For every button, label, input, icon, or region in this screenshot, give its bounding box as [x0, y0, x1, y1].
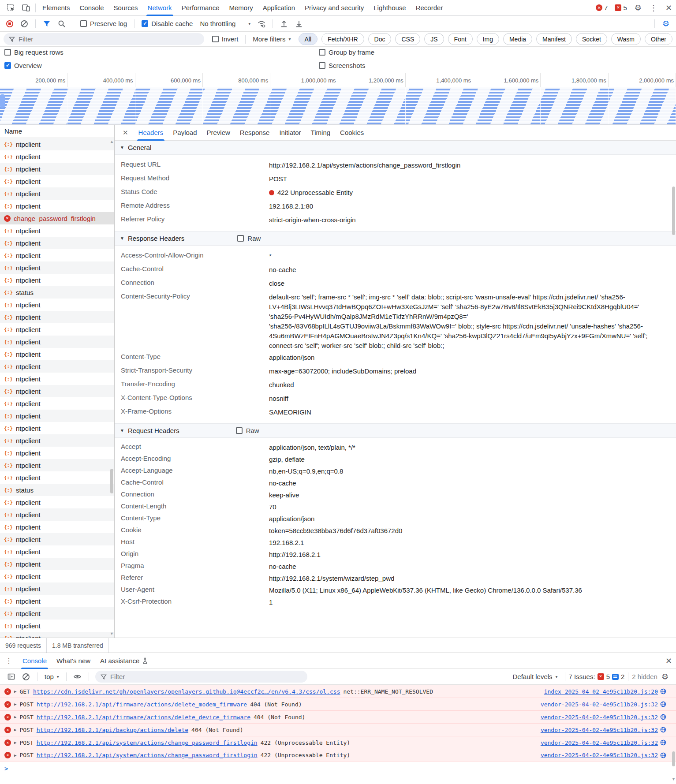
details-scrollbar[interactable] — [672, 187, 675, 235]
console-error-message[interactable]: ▶ POST http://192.168.2.1/api/backup/act… — [0, 723, 676, 736]
console-filter-wrap[interactable] — [95, 671, 307, 683]
tab-console[interactable]: Console — [18, 653, 52, 669]
error-count-badge[interactable]: 7 — [596, 4, 608, 11]
request-row[interactable]: {:} ntpclient — [0, 508, 114, 521]
devtools-tab[interactable]: Performance — [177, 0, 224, 16]
devtools-tab[interactable]: Application — [258, 0, 300, 16]
request-row[interactable]: {:} ntpclient — [0, 521, 114, 533]
request-type-chip[interactable]: CSS — [395, 33, 420, 45]
console-sidebar-icon[interactable] — [7, 672, 15, 681]
request-type-chip[interactable]: Doc — [368, 33, 392, 45]
more-options-icon[interactable]: ⋮ — [646, 3, 661, 13]
console-error-message[interactable]: ▶ POST http://192.168.2.1/api/system/act… — [0, 736, 676, 749]
console-error-message[interactable]: ▶ GET https://cdn.jsdelivr.net/gh/openla… — [0, 685, 676, 698]
overview-drag-handle[interactable] — [0, 94, 5, 108]
request-row[interactable]: {:} ntpclient — [0, 311, 114, 323]
details-tab[interactable]: Headers — [134, 125, 168, 141]
scroll-down-arrow[interactable]: ▼ — [109, 631, 114, 636]
details-tab[interactable]: Cookies — [335, 125, 369, 141]
source-location[interactable]: index-2025-04-02-4e95c11b20.js:20 — [544, 688, 672, 695]
request-row[interactable]: {:} ntpclient — [0, 175, 114, 187]
close-drawer-icon[interactable]: ✕ — [661, 656, 676, 666]
request-row[interactable]: {:} ntpclient — [0, 410, 114, 422]
request-row[interactable]: {:} ntpclient — [0, 274, 114, 286]
request-row[interactable]: {:} ntpclient — [0, 323, 114, 336]
invert-checkbox[interactable]: Invert — [212, 35, 239, 43]
request-raw-checkbox[interactable]: Raw — [236, 427, 259, 434]
issues-summary[interactable]: 7 Issues: 5 2 — [569, 673, 625, 680]
request-row[interactable]: {:} ntpclient — [0, 360, 114, 373]
export-har-icon[interactable] — [295, 19, 303, 28]
more-filters-dropdown[interactable]: More filters▾ — [253, 35, 291, 43]
request-type-chip[interactable]: Media — [503, 33, 532, 45]
details-tab[interactable]: Initiator — [274, 125, 306, 141]
request-row[interactable]: {:} ntpclient — [0, 348, 114, 360]
source-file-link[interactable]: vendor-2025-04-02-4e95c11b20.js:32 — [541, 714, 658, 721]
request-row[interactable]: {:} ntpclient — [0, 471, 114, 484]
console-error-message[interactable]: ▶ POST http://192.168.2.1/api/firmware/a… — [0, 698, 676, 710]
expand-triangle-icon[interactable]: ▶ — [14, 740, 16, 745]
disable-cache-checkbox[interactable]: Disable cache — [142, 20, 193, 27]
request-row[interactable]: {:} ntpclient — [0, 200, 114, 212]
request-row[interactable]: {:} ntpclient — [0, 595, 114, 607]
device-toolbar-icon[interactable] — [21, 3, 31, 13]
source-file-link[interactable]: vendor-2025-04-02-4e95c11b20.js:32 — [541, 701, 658, 708]
request-row[interactable]: {:} ntpclient — [0, 570, 114, 582]
name-column-header[interactable]: Name — [0, 125, 114, 138]
source-location[interactable]: vendor-2025-04-02-4e95c11b20.js:32 — [541, 701, 672, 708]
request-type-chip[interactable]: Socket — [576, 33, 607, 45]
console-scrollbar[interactable] — [672, 751, 675, 766]
live-expression-eye-icon[interactable] — [73, 672, 82, 681]
request-row[interactable]: {:} ntpclient — [0, 150, 114, 163]
request-row[interactable]: {:} ntpclient — [0, 496, 114, 508]
request-row[interactable]: {:} ntpclient — [0, 261, 114, 274]
network-overview-waterfall[interactable] — [0, 87, 676, 125]
source-location[interactable]: vendor-2025-04-02-4e95c11b20.js:32 — [541, 739, 672, 746]
details-tab[interactable]: Response — [235, 125, 275, 141]
console-filter-input[interactable] — [110, 673, 302, 680]
request-row[interactable]: {:} ntpclient — [0, 224, 114, 237]
devtools-tab[interactable]: Privacy and security — [300, 0, 369, 16]
close-details-icon[interactable]: ✕ — [117, 129, 134, 137]
request-row[interactable]: {:} ntpclient — [0, 138, 114, 150]
preserve-log-checkbox[interactable]: Preserve log — [80, 20, 127, 27]
request-row[interactable]: {:} status — [0, 286, 114, 299]
request-row[interactable]: {:} ntpclient — [0, 447, 114, 459]
search-icon[interactable] — [57, 19, 66, 28]
console-prompt[interactable]: > — [0, 762, 676, 772]
request-type-chip[interactable]: Font — [448, 33, 473, 45]
source-file-link[interactable]: vendor-2025-04-02-4e95c11b20.js:32 — [541, 739, 658, 746]
source-location[interactable]: vendor-2025-04-02-4e95c11b20.js:32 — [541, 727, 672, 733]
request-type-chip[interactable]: Img — [477, 33, 499, 45]
source-file-link[interactable]: vendor-2025-04-02-4e95c11b20.js:32 — [541, 727, 658, 733]
request-row[interactable]: {:} ntpclient — [0, 607, 114, 620]
expand-triangle-icon[interactable]: ▶ — [14, 702, 16, 706]
request-row[interactable]: {:} ntpclient — [0, 373, 114, 385]
drawer-more-icon[interactable]: ⋮ — [0, 657, 18, 665]
request-type-chip[interactable]: All — [299, 33, 318, 45]
request-url-link[interactable]: http://192.168.2.1/api/firmware/actions/… — [37, 714, 250, 721]
devtools-tab[interactable]: Network — [143, 0, 177, 16]
devtools-tab[interactable]: Memory — [224, 0, 258, 16]
throttling-select[interactable]: No throttling▾ — [200, 20, 250, 27]
console-settings-gear-icon[interactable]: ⚙ — [657, 672, 672, 682]
expand-triangle-icon[interactable]: ▶ — [14, 689, 16, 694]
record-network-log-icon[interactable] — [6, 20, 13, 27]
request-url-link[interactable]: http://192.168.2.1/api/system/actions/ch… — [37, 739, 258, 746]
devtools-tab[interactable]: Recorder — [411, 0, 448, 16]
request-type-chip[interactable]: JS — [424, 33, 444, 45]
settings-gear-icon[interactable]: ⚙ — [631, 3, 646, 13]
request-row[interactable]: {:} ntpclient — [0, 336, 114, 348]
big-request-rows-checkbox[interactable]: Big request rows — [4, 49, 63, 56]
clear-network-log-icon[interactable] — [20, 19, 29, 28]
source-location[interactable]: vendor-2025-04-02-4e95c11b20.js:32 — [541, 752, 672, 758]
network-conditions-icon[interactable] — [257, 19, 266, 28]
request-row[interactable]: {:} ntpclient — [0, 385, 114, 397]
devtools-tab[interactable]: Console — [75, 0, 109, 16]
request-type-chip[interactable]: Other — [645, 33, 672, 45]
request-url-link[interactable]: http://192.168.2.1/api/backup/actions/de… — [37, 727, 188, 733]
details-tab[interactable]: Timing — [306, 125, 335, 141]
network-filter-input[interactable] — [19, 35, 199, 43]
devtools-tab[interactable]: Lighthouse — [369, 0, 411, 16]
source-location[interactable]: vendor-2025-04-02-4e95c11b20.js:32 — [541, 714, 672, 721]
